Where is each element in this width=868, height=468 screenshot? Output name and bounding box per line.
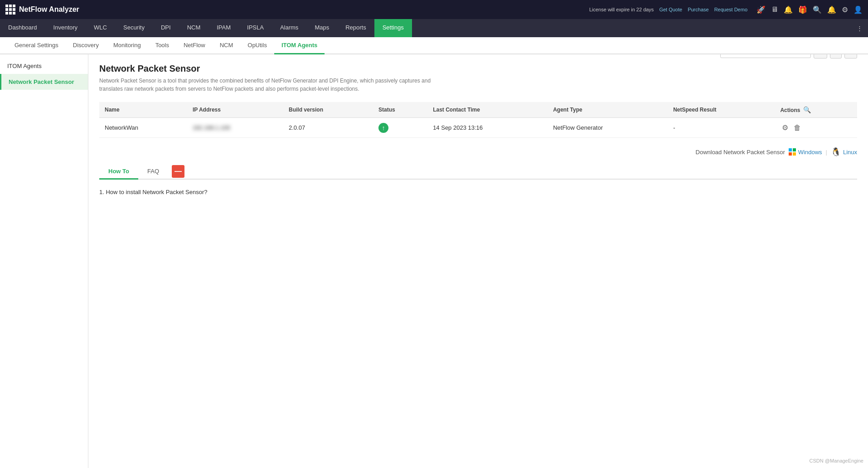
download-section: Download Network Packet Sensor Windows |…: [99, 147, 857, 157]
sec-netflow[interactable]: NetFlow: [176, 37, 213, 54]
collapse-button[interactable]: —: [172, 165, 184, 178]
table-search-icon[interactable]: 🔍: [803, 106, 811, 113]
tab-faq[interactable]: FAQ: [138, 164, 168, 180]
nav-ncm[interactable]: NCM: [179, 19, 209, 37]
linux-label: Linux: [843, 149, 857, 156]
col-agent-type: Agent Type: [548, 102, 668, 118]
notification-icon[interactable]: 🔔: [827, 5, 836, 14]
sec-oputils[interactable]: OpUtils: [240, 37, 274, 54]
main-content: Network Packet Sensor Installation Key 👁…: [88, 54, 868, 468]
col-status: Status: [373, 102, 427, 118]
install-key-section: Network Packet Sensor Installation Key 👁…: [720, 54, 857, 58]
ip-address-blurred: 192.168.1.100: [193, 124, 230, 131]
download-windows-link[interactable]: Windows: [789, 148, 822, 156]
primary-nav: Dashboard Inventory WLC Security DPI NCM…: [0, 19, 868, 37]
install-key-input[interactable]: [720, 54, 811, 58]
linux-icon: 🐧: [831, 147, 841, 157]
purchase-link[interactable]: Purchase: [688, 7, 708, 12]
sidebar-network-packet-sensor[interactable]: Network Packet Sensor: [0, 74, 88, 90]
cell-last-contact: 14 Sep 2023 13:16: [427, 118, 548, 138]
col-build: Build version: [283, 102, 373, 118]
nav-dashboard[interactable]: Dashboard: [0, 19, 45, 37]
col-ip: IP Address: [187, 102, 283, 118]
watermark: CSDN @ManageEngine: [810, 458, 863, 463]
howto-content: 1. How to install Network Packet Sensor?: [99, 187, 857, 197]
tabs-container: How To FAQ —: [99, 164, 857, 180]
settings-icon[interactable]: ⚙: [842, 5, 848, 14]
cell-netspeed: -: [668, 118, 775, 138]
howto-item-1: 1. How to install Network Packet Sensor?: [99, 189, 857, 195]
col-netspeed: NetSpeed Result: [668, 102, 775, 118]
settings-action-button[interactable]: ⚙: [780, 122, 790, 133]
col-actions: Actions 🔍: [775, 102, 857, 118]
nav-security[interactable]: Security: [115, 19, 153, 37]
page-description: Network Packet Sensor is a tool that pro…: [99, 77, 453, 93]
col-last-contact: Last Contact Time: [427, 102, 548, 118]
request-demo-link[interactable]: Request Demo: [714, 7, 747, 12]
agents-table: Name IP Address Build version Status Las…: [99, 102, 857, 138]
license-info: License will expire in 22 days Get Quote…: [589, 7, 747, 12]
top-bar-icons: 🚀 🖥 🔔 🎁 🔍 🔔 ⚙ 👤: [756, 5, 863, 14]
cell-ip: 192.168.1.100: [187, 118, 283, 138]
nav-ipam[interactable]: IPAM: [209, 19, 239, 37]
secondary-nav: General Settings Discovery Monitoring To…: [0, 37, 868, 54]
user-icon[interactable]: 👤: [853, 5, 863, 14]
cell-name: NetworkWan: [99, 118, 187, 138]
nav-ipsla[interactable]: IPSLA: [239, 19, 272, 37]
nav-settings[interactable]: Settings: [374, 19, 412, 37]
nav-alarms[interactable]: Alarms: [272, 19, 306, 37]
sec-monitoring[interactable]: Monitoring: [106, 37, 148, 54]
app-title: NetFlow Analyzer: [19, 5, 79, 14]
sidebar: ITOM Agents Network Packet Sensor: [0, 54, 88, 468]
separator: |: [826, 149, 827, 156]
nav-more[interactable]: ⋮: [851, 19, 868, 37]
get-quote-link[interactable]: Get Quote: [659, 7, 682, 12]
nav-wlc[interactable]: WLC: [86, 19, 115, 37]
download-label: Download Network Packet Sensor: [696, 149, 785, 156]
cell-actions: ⚙ 🗑: [775, 118, 857, 138]
refresh-key-button[interactable]: ↻: [844, 54, 857, 58]
layout: ITOM Agents Network Packet Sensor Networ…: [0, 54, 868, 468]
cell-build: 2.0.07: [283, 118, 373, 138]
nav-maps[interactable]: Maps: [306, 19, 337, 37]
sec-itom-agents[interactable]: ITOM Agents: [274, 37, 325, 54]
cell-agent-type: NetFlow Generator: [548, 118, 668, 138]
search-icon[interactable]: 🔍: [813, 5, 822, 14]
sec-tools[interactable]: Tools: [148, 37, 176, 54]
nav-dpi[interactable]: DPI: [153, 19, 179, 37]
sec-discovery[interactable]: Discovery: [66, 37, 106, 54]
tab-howto[interactable]: How To: [99, 164, 138, 180]
gift-icon[interactable]: 🎁: [798, 5, 807, 14]
grid-icon: [5, 5, 15, 15]
page-title: Network Packet Sensor: [99, 63, 857, 74]
windows-label: Windows: [798, 149, 822, 156]
copy-key-button[interactable]: ⧉: [830, 54, 842, 58]
table-row: NetworkWan 192.168.1.100 2.0.07 ↑ 14 Sep…: [99, 118, 857, 138]
windows-icon: [789, 148, 796, 156]
top-bar: NetFlow Analyzer License will expire in …: [0, 0, 868, 19]
sec-general-settings[interactable]: General Settings: [7, 37, 66, 54]
app-logo: NetFlow Analyzer: [5, 5, 79, 15]
monitor-icon[interactable]: 🖥: [771, 5, 778, 14]
rocket-icon[interactable]: 🚀: [756, 5, 766, 14]
col-name: Name: [99, 102, 187, 118]
sidebar-itom-agents[interactable]: ITOM Agents: [0, 58, 88, 74]
download-linux-link[interactable]: 🐧 Linux: [831, 147, 857, 157]
bell-icon[interactable]: 🔔: [784, 5, 793, 14]
install-key-row: 👁 ⧉ ↻: [720, 54, 857, 58]
sec-ncm[interactable]: NCM: [213, 37, 241, 54]
show-key-button[interactable]: 👁: [814, 54, 827, 58]
cell-status: ↑: [373, 118, 427, 138]
delete-action-button[interactable]: 🗑: [792, 123, 803, 133]
nav-inventory[interactable]: Inventory: [45, 19, 86, 37]
status-up-icon: ↑: [378, 123, 388, 133]
license-expiry: License will expire in 22 days: [589, 7, 654, 12]
nav-reports[interactable]: Reports: [337, 19, 374, 37]
